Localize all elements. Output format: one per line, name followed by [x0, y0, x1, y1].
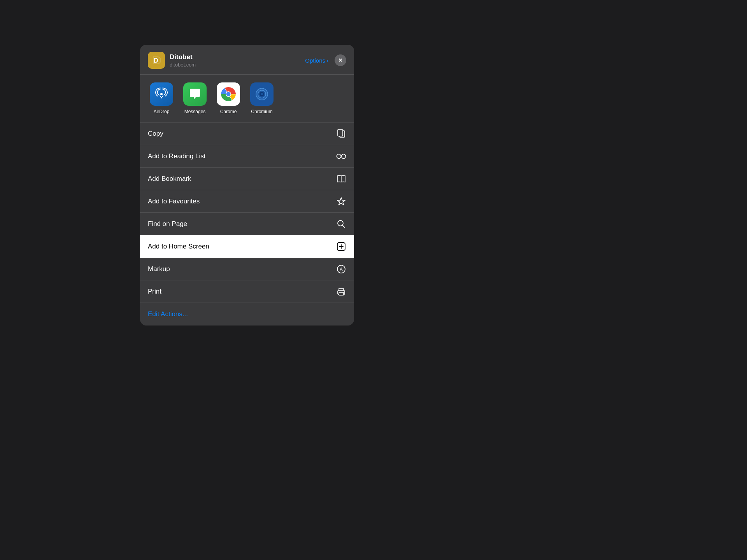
messages-label: Messages	[184, 109, 206, 114]
svg-point-7	[226, 92, 231, 96]
overlay: D Ditobet ditobet.com Options › ✕	[0, 0, 494, 370]
chrome-icon-bg	[217, 82, 240, 106]
chromium-icon	[254, 87, 269, 102]
close-button[interactable]: ✕	[335, 54, 346, 66]
chevron-right-icon: ›	[326, 57, 328, 64]
add-favourites-label: Add to Favourites	[148, 198, 200, 205]
messages-icon-bg	[183, 82, 207, 106]
find-on-page-label: Find on Page	[148, 220, 187, 228]
menu-item-copy[interactable]: Copy	[140, 122, 354, 145]
copy-icon	[336, 129, 346, 139]
app-item-chrome[interactable]: Chrome	[215, 82, 242, 114]
svg-text:D: D	[154, 57, 158, 64]
close-icon: ✕	[338, 57, 343, 63]
options-label: Options	[305, 57, 325, 64]
site-title: Ditobet	[170, 53, 305, 61]
svg-point-29	[343, 292, 344, 292]
app-item-chromium[interactable]: Chromium	[248, 82, 275, 114]
add-bookmark-label: Add Bookmark	[148, 175, 191, 183]
svg-line-21	[342, 225, 345, 228]
svg-rect-28	[339, 292, 344, 295]
app-item-airdrop[interactable]: AirDrop	[148, 82, 175, 114]
star-icon	[336, 196, 346, 206]
markup-label: Markup	[148, 265, 170, 273]
svg-rect-16	[338, 130, 343, 136]
app-item-messages[interactable]: Messages	[181, 82, 209, 114]
chromium-label: Chromium	[251, 109, 272, 114]
menu-item-reading-list[interactable]: Add to Reading List	[140, 145, 354, 168]
print-icon	[336, 287, 346, 297]
chrome-label: Chrome	[220, 109, 237, 114]
plus-square-icon	[336, 242, 346, 252]
menu-item-add-bookmark[interactable]: Add Bookmark	[140, 168, 354, 190]
apps-section: AirDrop Messages	[140, 75, 354, 122]
airdrop-icon-bg	[150, 82, 173, 106]
messages-icon	[188, 87, 202, 102]
add-home-screen-label: Add to Home Screen	[148, 243, 209, 250]
reading-list-label: Add to Reading List	[148, 152, 205, 160]
svg-point-18	[342, 154, 346, 158]
menu-item-add-favourites[interactable]: Add to Favourites	[140, 190, 354, 213]
sheet-header: D Ditobet ditobet.com Options › ✕	[140, 45, 354, 75]
menu-item-find-on-page[interactable]: Find on Page	[140, 213, 354, 235]
sheet-container: D Ditobet ditobet.com Options › ✕	[0, 0, 494, 370]
markup-icon: A	[336, 264, 346, 274]
reading-list-icon	[336, 151, 346, 161]
menu-item-add-home-screen[interactable]: Add to Home Screen	[140, 235, 354, 258]
airdrop-label: AirDrop	[154, 109, 170, 114]
edit-actions-icon	[336, 309, 346, 319]
menu-item-print[interactable]: Print	[140, 280, 354, 303]
share-sheet: D Ditobet ditobet.com Options › ✕	[140, 45, 354, 326]
menu-item-markup[interactable]: Markup A	[140, 258, 354, 280]
edit-actions-label: Edit Actions...	[148, 310, 188, 318]
search-icon	[336, 219, 346, 229]
site-icon: D	[148, 52, 165, 69]
copy-label: Copy	[148, 130, 163, 138]
menu-item-edit-actions[interactable]: Edit Actions...	[140, 303, 354, 326]
apps-row: AirDrop Messages	[148, 82, 348, 114]
menu-section: Copy Add to Reading List	[140, 122, 354, 326]
book-icon	[336, 174, 346, 184]
ditobet-logo-icon: D	[151, 55, 162, 66]
svg-point-12	[261, 93, 263, 95]
chrome-icon	[220, 86, 237, 102]
options-button[interactable]: Options ›	[305, 57, 328, 64]
chromium-icon-bg	[250, 82, 274, 106]
airdrop-icon	[154, 87, 168, 101]
svg-text:A: A	[340, 267, 343, 272]
svg-point-17	[337, 154, 341, 158]
site-url: ditobet.com	[170, 62, 305, 68]
header-text: Ditobet ditobet.com	[170, 53, 305, 68]
print-label: Print	[148, 288, 161, 296]
svg-point-1	[160, 93, 163, 95]
